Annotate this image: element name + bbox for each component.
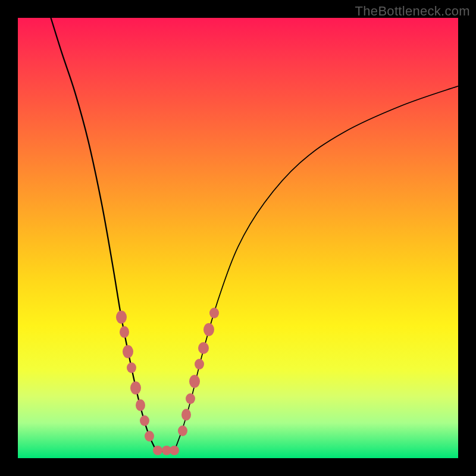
data-marker — [186, 393, 195, 404]
plot-area — [18, 18, 458, 458]
data-marker — [140, 415, 149, 426]
data-marker — [120, 326, 129, 338]
data-marker — [178, 425, 187, 436]
data-marker — [123, 345, 133, 358]
curve-segment — [174, 86, 458, 452]
watermark-text: TheBottleneck.com — [355, 4, 470, 19]
data-marker — [189, 375, 200, 388]
data-marker — [195, 359, 204, 369]
data-marker — [130, 381, 141, 394]
data-marker — [198, 342, 209, 354]
data-marker — [136, 399, 145, 411]
bottleneck-curve — [18, 18, 458, 458]
data-marker — [145, 431, 154, 441]
data-marker — [209, 308, 219, 318]
data-marker — [153, 446, 162, 455]
data-marker — [116, 311, 127, 324]
data-marker — [127, 362, 136, 373]
chart-frame: TheBottleneck.com — [0, 0, 476, 476]
data-marker — [170, 446, 179, 455]
data-marker — [181, 409, 191, 421]
data-marker — [203, 323, 214, 336]
